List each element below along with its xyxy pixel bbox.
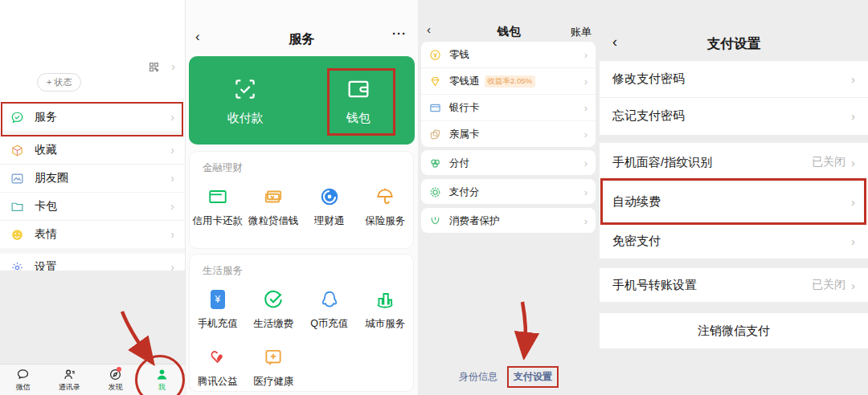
chevron-right-icon: › — [584, 49, 588, 61]
settings-group: 修改支付密码 › 忘记支付密码 › — [600, 61, 868, 135]
wallet-row-balance[interactable]: 零钱 › — [421, 42, 596, 67]
service-phone-topup[interactable]: ¥ 手机充值 — [190, 289, 246, 331]
menu-item-moments[interactable]: 朋友圈 › — [0, 164, 185, 192]
background — [0, 271, 185, 364]
insurance-icon — [375, 186, 395, 207]
row-no-password-pay[interactable]: 免密支付 › — [600, 221, 868, 260]
banknote-icon — [263, 186, 284, 207]
credit-card-icon — [207, 186, 228, 207]
identity-info-link[interactable]: 身份信息 — [459, 370, 497, 384]
chevron-right-icon: › — [851, 156, 855, 169]
row-label: 零钱通 — [449, 75, 480, 88]
pay-settings-link[interactable]: 支付设置 — [507, 366, 559, 388]
service-weilidai[interactable]: 微粒贷借钱 — [246, 186, 302, 228]
chevron-right-icon: › — [584, 157, 588, 169]
row-change-password[interactable]: 修改支付密码 › — [600, 61, 868, 97]
service-licaitong[interactable]: 理财通 — [301, 186, 358, 228]
action-label: 收付款 — [227, 111, 264, 126]
chevron-right-icon: › — [584, 215, 588, 227]
menu-label: 卡包 — [35, 199, 57, 214]
bank-card-icon — [429, 102, 441, 114]
tab-contacts[interactable]: 通讯录 — [47, 364, 93, 395]
chevron-right-icon: › — [851, 234, 855, 248]
wallet-row-consumer-protection[interactable]: 消费者保护 › — [421, 208, 596, 234]
payment-card: 收付款 钱包 — [189, 56, 415, 145]
city-buildings-icon — [375, 289, 395, 310]
wallet-group: 分付 › — [421, 150, 596, 175]
tab-bar: 微信 通讯录 发现 我 — [0, 364, 185, 395]
settings-group: 注销微信支付 — [600, 313, 868, 348]
row-label: 零钱 — [449, 48, 469, 62]
services-screen: ‹ 服务 ··· 收付款 钱包 金融理财 信用卡还款 — [186, 0, 418, 395]
tab-label: 我 — [158, 382, 166, 393]
me-menu: 服务 › 收藏 › 朋友圈 › — [0, 104, 185, 281]
tab-discover[interactable]: 发现 — [92, 364, 139, 395]
chevron-right-icon: › — [584, 128, 588, 140]
annotation-arrow-to-pay-settings — [503, 299, 548, 360]
moments-icon — [10, 172, 24, 185]
service-city[interactable]: 城市服务 — [358, 289, 414, 331]
row-label: 亲属卡 — [449, 128, 480, 141]
wallet-row-fenfu[interactable]: 分付 › — [421, 150, 596, 176]
divider — [0, 131, 185, 136]
chevron-right-icon: › — [170, 200, 174, 213]
menu-label: 表情 — [35, 227, 57, 242]
chat-icon — [16, 368, 30, 381]
menu-item-cards[interactable]: 卡包 › — [0, 192, 185, 220]
family-card-icon — [429, 128, 441, 140]
row-label: 分付 — [449, 157, 469, 170]
wallet-button[interactable]: 钱包 — [302, 56, 416, 145]
pay-settings-screen: ‹ 支付设置 修改支付密码 › 忘记支付密码 › 手机面容/指纹识别 已关闭 ›… — [600, 0, 868, 395]
wallet-group: 支付分 › — [421, 179, 596, 204]
services-icon — [10, 111, 24, 124]
row-face-fingerprint[interactable]: 手机面容/指纹识别 已关闭 › — [600, 143, 868, 181]
wallet-row-pay-score[interactable]: 支付分 › — [421, 179, 596, 205]
wallet-row-bank-cards[interactable]: 银行卡 › — [421, 94, 596, 120]
menu-item-favorites[interactable]: 收藏 › — [0, 136, 185, 164]
licaitong-icon — [319, 186, 340, 207]
menu-item-stickers[interactable]: 表情 › — [0, 220, 185, 248]
settings-group: 手机面容/指纹识别 已关闭 › 自动续费 › 免密支付 › — [600, 143, 868, 259]
wallet-screen: ‹ 钱包 账单 零钱 › 零钱通 收益率2.05% › 银行卡 › — [418, 0, 600, 395]
chevron-right-icon: › — [584, 102, 588, 114]
me-icon — [155, 368, 169, 381]
chevron-right-icon: › — [851, 279, 855, 292]
row-label: 手机号转账设置 — [612, 278, 697, 293]
penguin-icon — [319, 289, 340, 310]
tab-me[interactable]: 我 — [139, 364, 186, 395]
row-label: 忘记支付密码 — [612, 108, 685, 124]
divider — [0, 248, 185, 254]
deactivate-wechat-pay-button[interactable]: 注销微信支付 — [600, 313, 868, 348]
service-label: 医疗健康 — [253, 375, 293, 389]
service-label: 腾讯公益 — [198, 375, 238, 389]
qr-code-icon[interactable] — [149, 62, 159, 72]
row-phone-transfer[interactable]: 手机号转账设置 已关闭 › — [600, 268, 868, 302]
row-auto-renew[interactable]: 自动续费 › — [600, 181, 868, 221]
wallet-row-family-card[interactable]: 亲属卡 › — [421, 120, 596, 147]
service-insurance[interactable]: 保险服务 — [358, 186, 414, 228]
money-button[interactable]: 收付款 — [189, 56, 302, 145]
chevron-right-icon[interactable]: › — [171, 60, 175, 73]
service-label: Q币充值 — [310, 317, 348, 331]
service-utilities[interactable]: 生活缴费 — [246, 289, 302, 331]
utilities-check-icon — [263, 289, 284, 310]
diamond-icon — [429, 75, 441, 88]
chevron-right-icon: › — [170, 111, 174, 124]
status-button[interactable]: + 状态 — [37, 73, 81, 92]
tab-chats[interactable]: 微信 — [0, 364, 47, 395]
row-forgot-password[interactable]: 忘记支付密码 › — [600, 97, 868, 134]
menu-label: 服务 — [35, 110, 57, 124]
service-credit-card-repay[interactable]: 信用卡还款 — [190, 186, 246, 228]
bills-link[interactable]: 账单 — [571, 25, 592, 39]
notification-dot — [117, 367, 121, 372]
page-title: 支付设置 — [600, 35, 868, 53]
service-health[interactable]: 医疗健康 — [246, 347, 302, 389]
wallet-row-lingqiantong[interactable]: 零钱通 收益率2.05% › — [421, 67, 596, 94]
service-qcoin[interactable]: Q币充值 — [301, 289, 358, 331]
page-title: 服务 — [186, 31, 418, 48]
chevron-right-icon: › — [170, 228, 174, 241]
menu-item-services[interactable]: 服务 › — [0, 104, 185, 131]
pay-score-icon — [429, 186, 441, 198]
more-icon[interactable]: ··· — [392, 26, 407, 40]
service-charity[interactable]: 腾讯公益 — [190, 347, 246, 389]
